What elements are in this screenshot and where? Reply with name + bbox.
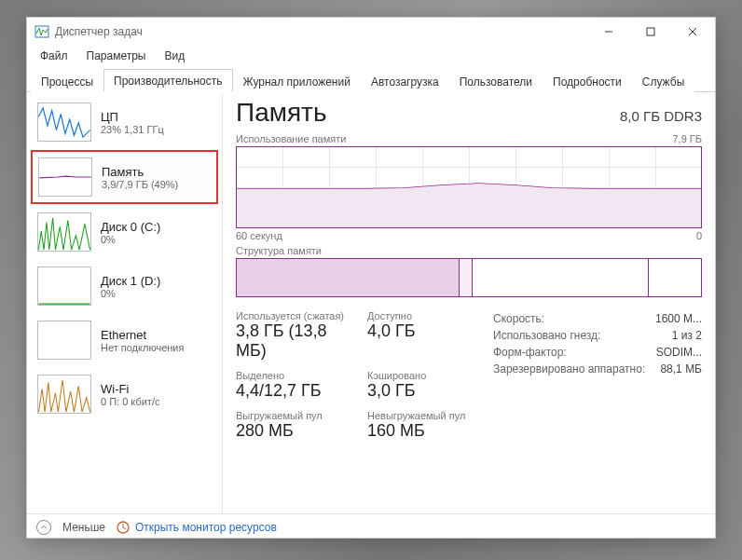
- sidebar-item-label: Диск 1 (D:): [101, 274, 160, 288]
- svg-marker-6: [237, 184, 701, 227]
- tab-app-history[interactable]: Журнал приложений: [233, 70, 361, 92]
- svg-line-9: [123, 527, 126, 529]
- sidebar-item-sub: 0%: [101, 234, 160, 245]
- usage-label: Использование памяти: [236, 133, 346, 144]
- stats-grid: Используется (сжатая) 3,8 ГБ (13,8 МБ) Д…: [236, 310, 486, 441]
- menu-options[interactable]: Параметры: [79, 48, 154, 64]
- segment-standby: [473, 259, 649, 296]
- task-manager-window: Диспетчер задач Файл Параметры Вид Проце…: [26, 17, 716, 539]
- segment-modified: [460, 259, 473, 296]
- wifi-thumb: [37, 375, 91, 414]
- sidebar: ЦП 23% 1,31 ГГц Память 3,9/7,9 ГБ (49%): [27, 92, 223, 513]
- open-resource-monitor-link[interactable]: Открыть монитор ресурсов: [117, 521, 277, 534]
- detail-capacity: 8,0 ГБ DDR3: [620, 108, 702, 124]
- sidebar-item-sub: 3,9/7,9 ГБ (49%): [102, 179, 178, 190]
- titlebar: Диспетчер задач: [27, 18, 715, 46]
- close-button[interactable]: [671, 18, 713, 46]
- tab-users[interactable]: Пользователи: [449, 70, 543, 92]
- stat-nonpaged-pool: Невыгружаемый пул 160 МБ: [367, 410, 486, 441]
- tab-processes[interactable]: Процессы: [31, 70, 103, 92]
- stat-available: Доступно 4,0 ГБ: [367, 310, 486, 361]
- fewer-details-button[interactable]: Меньше: [62, 521, 105, 534]
- footer: Меньше Открыть монитор ресурсов: [27, 513, 715, 540]
- content-area: ЦП 23% 1,31 ГГц Память 3,9/7,9 ГБ (49%): [27, 92, 715, 513]
- sidebar-item-sub: 0%: [101, 288, 160, 299]
- stat-inuse: Используется (сжатая) 3,8 ГБ (13,8 МБ): [236, 310, 354, 361]
- sidebar-item-label: Ethernet: [101, 328, 184, 342]
- tab-bar: Процессы Производительность Журнал прило…: [27, 68, 715, 92]
- memory-thumb: [38, 157, 92, 197]
- struct-label: Структура памяти: [236, 245, 322, 256]
- maximize-button[interactable]: [629, 18, 671, 46]
- segment-free: [649, 259, 701, 296]
- disk0-thumb: [37, 212, 91, 252]
- chart-x-left: 60 секунд: [236, 230, 282, 241]
- spec-row: Зарезервировано аппаратно:88,1 МБ: [493, 361, 702, 377]
- sidebar-item-wifi[interactable]: Wi-Fi 0 П: 0 кбит/с: [31, 368, 218, 420]
- stat-cached: Кэшировано 3,0 ГБ: [367, 370, 486, 401]
- sidebar-item-ethernet[interactable]: Ethernet Нет подключения: [31, 314, 218, 366]
- sidebar-item-memory[interactable]: Память 3,9/7,9 ГБ (49%): [31, 150, 218, 204]
- sidebar-item-label: Память: [102, 165, 178, 179]
- memory-usage-chart: [236, 146, 702, 228]
- sidebar-item-cpu[interactable]: ЦП 23% 1,31 ГГц: [31, 96, 218, 148]
- spec-row: Форм-фактор:SODIM...: [493, 344, 702, 361]
- menu-view[interactable]: Вид: [157, 48, 192, 64]
- sidebar-item-label: Wi-Fi: [101, 382, 159, 396]
- svg-rect-2: [647, 28, 654, 35]
- sidebar-item-sub: 23% 1,31 ГГц: [101, 124, 164, 135]
- sidebar-item-label: Диск 0 (C:): [101, 220, 160, 234]
- menubar: Файл Параметры Вид: [27, 46, 715, 66]
- tab-services[interactable]: Службы: [632, 70, 694, 92]
- segment-used: [237, 259, 460, 296]
- stat-committed: Выделено 4,4/12,7 ГБ: [236, 370, 354, 401]
- window-title: Диспетчер задач: [55, 25, 143, 38]
- sidebar-item-sub: Нет подключения: [101, 342, 184, 353]
- spec-row: Скорость:1600 М...: [493, 310, 702, 327]
- spec-row: Использовано гнезд:1 из 2: [493, 327, 702, 344]
- sidebar-item-disk0[interactable]: Диск 0 (C:) 0%: [31, 206, 218, 258]
- detail-title: Память: [236, 98, 327, 128]
- minimize-button[interactable]: [587, 18, 629, 46]
- app-icon: [34, 24, 49, 39]
- tab-performance[interactable]: Производительность: [103, 69, 232, 92]
- tab-startup[interactable]: Автозагрузка: [361, 70, 449, 92]
- disk1-thumb: [37, 266, 91, 306]
- sidebar-item-sub: 0 П: 0 кбит/с: [101, 396, 159, 407]
- cpu-thumb: [37, 102, 91, 142]
- specs-list: Скорость:1600 М... Использовано гнезд:1 …: [493, 310, 702, 441]
- ethernet-thumb: [37, 321, 91, 360]
- resource-monitor-icon: [117, 521, 130, 534]
- chart-x-right: 0: [696, 230, 702, 241]
- chevron-up-icon[interactable]: [36, 520, 51, 535]
- usage-max: 7,9 ГБ: [672, 133, 702, 144]
- menu-file[interactable]: Файл: [33, 48, 76, 64]
- sidebar-item-disk1[interactable]: Диск 1 (D:) 0%: [31, 260, 218, 312]
- tab-details[interactable]: Подробности: [543, 70, 632, 92]
- memory-composition-chart: [236, 258, 702, 297]
- stat-paged-pool: Выгружаемый пул 280 МБ: [236, 410, 354, 441]
- sidebar-item-label: ЦП: [101, 110, 164, 124]
- detail-panel: Память 8,0 ГБ DDR3 Использование памяти …: [223, 92, 715, 513]
